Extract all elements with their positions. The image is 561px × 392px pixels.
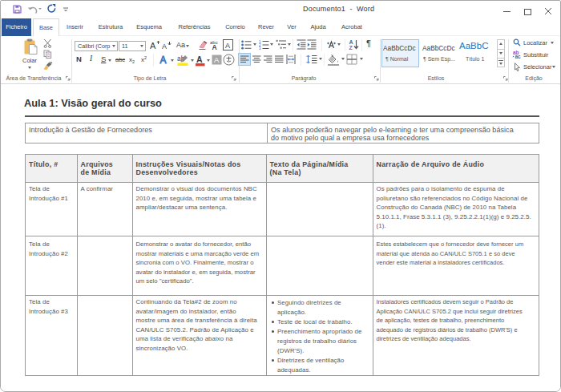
svg-text:A: A [196,55,203,64]
svg-text:A: A [150,41,156,51]
svg-text:A: A [349,39,353,45]
svg-text:A: A [160,55,167,66]
svg-text:A: A [212,43,217,51]
svg-text:3: 3 [259,46,261,50]
svg-text:A: A [225,42,230,50]
svg-text:A: A [214,55,220,64]
svg-text:A: A [162,42,167,51]
svg-text:Z: Z [349,45,353,51]
svg-text:ac: ac [515,54,522,59]
